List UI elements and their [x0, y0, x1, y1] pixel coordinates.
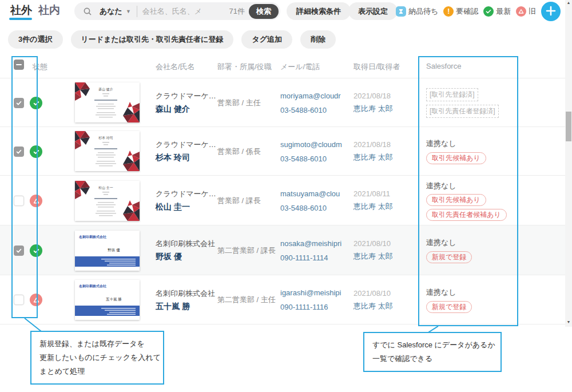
add-button[interactable] [541, 2, 561, 21]
business-card-thumbnail[interactable]: 杉本 玲司 [75, 131, 140, 171]
person-name[interactable]: 杉本 玲司 [156, 153, 214, 163]
active-tab-underline [9, 18, 32, 20]
add-tag-button[interactable]: タグ追加 [241, 30, 292, 49]
business-card-thumbnail[interactable]: 森山 健介 [75, 82, 140, 122]
status-latest-icon [30, 145, 42, 158]
legend-waiting: 納品待ち [396, 6, 438, 17]
email-link[interactable]: nosaka@meishipri [280, 239, 350, 248]
hourglass-icon [396, 6, 406, 17]
legend-latest: 最新 [483, 6, 511, 17]
check-icon [15, 100, 22, 106]
email-link[interactable]: matsuyama@clou [280, 189, 350, 198]
column-dept: 部署・所属/役職 [217, 62, 272, 72]
status-latest-icon [30, 97, 42, 109]
acquired-date: 2021/08/10 [353, 239, 415, 248]
acquirer-link[interactable]: 恵比寿 太郎 [353, 152, 415, 163]
column-mail: メール/電話 [280, 62, 320, 72]
tab-external[interactable]: 社外 [10, 3, 32, 18]
person-name[interactable]: 松山 圭一 [156, 202, 214, 212]
sf-new-register-pill[interactable]: 新規で登録 [426, 251, 472, 263]
search-divider [137, 6, 137, 17]
alert-icon: ! [443, 6, 454, 17]
search-icon [82, 6, 93, 17]
search-button[interactable]: 検索 [249, 4, 279, 19]
card-name-text: 五十嵐 勝 [106, 297, 122, 301]
person-name[interactable]: 野坂 優 [156, 252, 214, 262]
top-bar: 社外 社内 あなた ▼ 会社名、氏名、メ 71件 検索 詳細検索条件 表示設定 … [0, 0, 572, 24]
scrollbar-thumb[interactable] [566, 112, 571, 141]
table-header: 状態 会社名/氏名 部署・所属/役職 メール/電話 取得日/取得者 Salesf… [0, 56, 565, 78]
acquirer-link[interactable]: 恵比寿 太郎 [353, 251, 415, 262]
person-name[interactable]: 五十嵐 勝 [156, 302, 214, 312]
sf-candidate-pill[interactable]: 取引先候補あり [426, 194, 486, 206]
sf-new-register-pill[interactable]: 新規で登録 [426, 301, 472, 313]
scroll-down-icon[interactable]: ▼ [565, 320, 572, 324]
row-checkbox[interactable] [14, 146, 24, 157]
phone-link[interactable]: 03-5488-6010 [280, 204, 350, 212]
card-name-text: 野坂 優 [108, 248, 120, 252]
salesforce-callout: すでに Salesforce にデータがあるか 一覧で確認できる [363, 332, 502, 372]
business-card-thumbnail[interactable]: 松山 圭一 [75, 181, 140, 221]
table-row[interactable]: 森山 健介 クラウドマーケ… 森山 健介 営業部 / 主任 moriyama@c… [0, 78, 565, 126]
search-input[interactable]: 会社名、氏名、メ [142, 6, 229, 17]
acquirer-link[interactable]: 恵比寿 太郎 [353, 104, 415, 114]
register-to-salesforce-button[interactable]: リードまたは取引先・取引先責任者に登録 [71, 30, 234, 49]
business-card-thumbnail[interactable]: 名刺印刷株式会社 五十嵐 勝 [75, 280, 140, 320]
row-checkbox[interactable] [14, 98, 24, 108]
phone-link[interactable]: 090-1111-1116 [280, 303, 350, 311]
phone-link[interactable]: 090-1111-1114 [280, 254, 350, 262]
triangle-icon [516, 6, 526, 17]
email-link[interactable]: sugimoto@cloudm [280, 140, 350, 149]
sf-link-status: 連携なし [426, 138, 456, 149]
row-checkbox[interactable] [14, 295, 24, 305]
acquirer-link[interactable]: 恵比寿 太郎 [353, 301, 415, 311]
search-scope-dropdown[interactable]: あなた [100, 6, 122, 17]
result-count: 71件 [229, 6, 245, 17]
sf-candidate-pill[interactable]: 取引先候補あり [426, 152, 486, 164]
column-salesforce: Salesforce [426, 62, 461, 70]
status-latest-icon [30, 244, 42, 257]
department: 第二営業部 / 主任 [217, 295, 277, 305]
acquired-date: 2021/08/18 [353, 92, 415, 100]
person-name[interactable]: 森山 健介 [156, 104, 214, 114]
card-company-text: 名刺印刷株式会社 [78, 235, 107, 239]
card-name-text: 森山 健介 [98, 88, 113, 92]
sf-link-status: 連携なし [426, 287, 456, 298]
row-checkbox[interactable] [14, 196, 24, 206]
chevron-down-icon[interactable]: ▼ [126, 9, 131, 14]
email-link[interactable]: moriyama@cloudr [280, 92, 350, 100]
company-name: クラウドマーケ… [156, 91, 214, 101]
phone-link[interactable]: 03-5488-6010 [280, 155, 350, 163]
advanced-search-button[interactable]: 詳細検索条件 [287, 2, 351, 20]
table-row[interactable]: 名刺印刷株式会社 野坂 優 名刺印刷株式会社 野坂 優 第二営業部 / 課長 n… [0, 225, 565, 275]
acquired-date: 2021/08/18 [353, 140, 415, 149]
column-company: 会社名/氏名 [156, 62, 195, 72]
table-row[interactable]: 名刺印刷株式会社 五十嵐 勝 名刺印刷株式会社 五十嵐 勝 第二営業部 / 主任… [0, 275, 565, 324]
sf-contact-candidate-pill[interactable]: 取引先責任者候補あり [426, 209, 507, 221]
scroll-up-icon[interactable]: ▲ [565, 1, 572, 5]
phone-link[interactable]: 03-5488-6010 [280, 106, 350, 114]
department: 第二営業部 / 課長 [217, 246, 277, 256]
legend-confirm: ! 要確認 [443, 6, 478, 17]
email-link[interactable]: igarashi@meishipi [280, 288, 350, 297]
company-name: 名刺印刷株式会社 [156, 239, 214, 249]
company-name: クラウドマーケ… [156, 140, 214, 150]
tab-internal[interactable]: 社内 [38, 3, 60, 18]
acquirer-link[interactable]: 恵比寿 太郎 [353, 201, 415, 212]
status-old-icon [30, 294, 42, 306]
business-card-thumbnail[interactable]: 名刺印刷株式会社 野坂 優 [75, 231, 140, 271]
indeterminate-minus-icon [16, 64, 22, 65]
legend-old: 旧 [516, 6, 536, 17]
acquired-date: 2021/08/11 [353, 189, 415, 198]
vertical-scrollbar[interactable]: ▲ ▼ [565, 0, 572, 327]
table-row[interactable]: 杉本 玲司 クラウドマーケ… 杉本 玲司 営業部 / 係長 sugimoto@c… [0, 126, 565, 175]
display-settings-button[interactable]: 表示設定 [348, 2, 398, 20]
table-row[interactable]: 松山 圭一 クラウドマーケ… 松山 圭一 営業部 / 課長 matsuyama@… [0, 175, 565, 225]
row-checkbox[interactable] [14, 246, 24, 256]
search-bar[interactable]: あなた ▼ 会社名、氏名、メ 71件 検索 [74, 2, 280, 20]
delete-button[interactable]: 削除 [300, 30, 336, 49]
check-circle-icon [483, 6, 494, 17]
check-icon [15, 148, 22, 155]
company-name: クラウドマーケ… [156, 189, 214, 199]
select-all-checkbox[interactable] [14, 60, 24, 70]
